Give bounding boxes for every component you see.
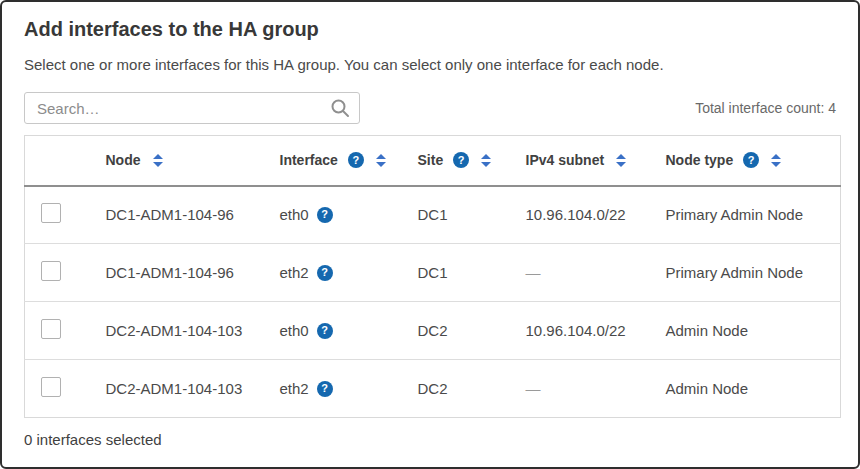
node-type-cell: Primary Admin Node: [658, 244, 841, 302]
ipv4-subnet-cell: 10.96.104.0/22: [518, 302, 658, 360]
table-row: DC1-ADM1-104-96eth0?DC110.96.104.0/22Pri…: [25, 186, 841, 244]
checkbox-cell: [25, 186, 98, 244]
column-label: Node type: [666, 152, 734, 168]
help-icon[interactable]: ?: [348, 152, 364, 168]
search-icon: [330, 98, 350, 118]
interfaces-table: NodeInterface?Site?IPv4 subnetNode type?…: [24, 135, 841, 418]
page-title: Add interfaces to the HA group: [24, 16, 836, 42]
column-header-node[interactable]: Node: [98, 136, 272, 186]
node-cell: DC1-ADM1-104-96: [98, 244, 272, 302]
node-type-cell: Admin Node: [658, 360, 841, 418]
help-icon[interactable]: ?: [317, 381, 333, 397]
select-column-header: [25, 136, 98, 186]
sort-icon[interactable]: [153, 154, 163, 167]
interface-name: eth0: [280, 322, 309, 339]
header-row: NodeInterface?Site?IPv4 subnetNode type?: [25, 136, 841, 186]
table-body: DC1-ADM1-104-96eth0?DC110.96.104.0/22Pri…: [25, 186, 841, 418]
interface-cell: eth0?: [272, 186, 410, 244]
interface-cell: eth0?: [272, 302, 410, 360]
interface-cell: eth2?: [272, 244, 410, 302]
help-icon[interactable]: ?: [317, 323, 333, 339]
interface-name: eth0: [280, 206, 309, 223]
site-cell: DC2: [410, 302, 518, 360]
ipv4-subnet-cell: —: [518, 244, 658, 302]
help-icon[interactable]: ?: [317, 207, 333, 223]
site-cell: DC1: [410, 186, 518, 244]
table-toolbar: Total interface count: 4: [24, 92, 836, 124]
node-cell: DC2-ADM1-104-103: [98, 360, 272, 418]
column-label: Node: [106, 152, 141, 168]
interface-name: eth2: [280, 264, 309, 281]
sort-icon[interactable]: [376, 154, 386, 167]
column-header-site[interactable]: Site?: [410, 136, 518, 186]
ipv4-subnet-cell: —: [518, 360, 658, 418]
node-type-cell: Primary Admin Node: [658, 186, 841, 244]
search-box: [24, 92, 360, 124]
column-label: IPv4 subnet: [526, 152, 605, 168]
checkbox-cell: [25, 360, 98, 418]
node-cell: DC1-ADM1-104-96: [98, 186, 272, 244]
ipv4-subnet-cell: 10.96.104.0/22: [518, 186, 658, 244]
row-checkbox[interactable]: [41, 377, 61, 397]
row-checkbox[interactable]: [41, 261, 61, 281]
column-header-ipv4-subnet[interactable]: IPv4 subnet: [518, 136, 658, 186]
table-row: DC2-ADM1-104-103eth2?DC2—Admin Node: [25, 360, 841, 418]
node-type-cell: Admin Node: [658, 302, 841, 360]
sort-icon[interactable]: [481, 154, 491, 167]
total-interface-count: Total interface count: 4: [695, 100, 836, 116]
sort-icon[interactable]: [616, 154, 626, 167]
site-cell: DC1: [410, 244, 518, 302]
selection-status: 0 interfaces selected: [24, 431, 836, 448]
interface-name: eth2: [280, 380, 309, 397]
interface-cell: eth2?: [272, 360, 410, 418]
sort-icon[interactable]: [771, 154, 781, 167]
table-row: DC1-ADM1-104-96eth2?DC1—Primary Admin No…: [25, 244, 841, 302]
page-subtitle: Select one or more interfaces for this H…: [24, 55, 836, 75]
search-input[interactable]: [24, 92, 360, 124]
help-icon[interactable]: ?: [743, 152, 759, 168]
column-label: Site: [418, 152, 444, 168]
add-interfaces-dialog: Add interfaces to the HA group Select on…: [0, 0, 860, 469]
help-icon[interactable]: ?: [317, 265, 333, 281]
column-label: Interface: [280, 152, 338, 168]
checkbox-cell: [25, 244, 98, 302]
node-cell: DC2-ADM1-104-103: [98, 302, 272, 360]
column-header-interface[interactable]: Interface?: [272, 136, 410, 186]
checkbox-cell: [25, 302, 98, 360]
row-checkbox[interactable]: [41, 203, 61, 223]
help-icon[interactable]: ?: [453, 152, 469, 168]
table-row: DC2-ADM1-104-103eth0?DC210.96.104.0/22Ad…: [25, 302, 841, 360]
site-cell: DC2: [410, 360, 518, 418]
row-checkbox[interactable]: [41, 319, 61, 339]
column-header-node-type[interactable]: Node type?: [658, 136, 841, 186]
